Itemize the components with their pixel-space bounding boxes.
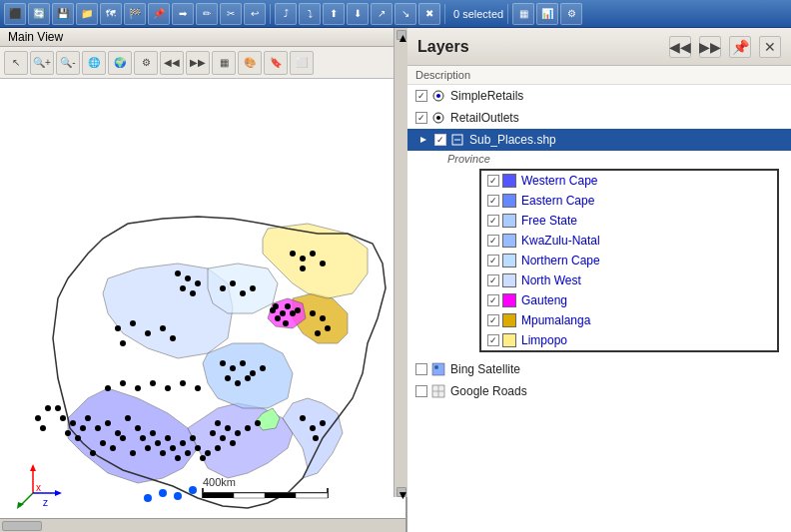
prov-check-northern-cape[interactable] xyxy=(487,255,499,266)
svg-point-92 xyxy=(195,280,201,286)
svg-point-6 xyxy=(135,425,141,431)
toolbar-icon-16[interactable]: ↗ xyxy=(371,3,393,25)
svg-point-72 xyxy=(225,425,231,431)
toolbar-sep-2 xyxy=(444,4,445,24)
toolbar-icon-6[interactable]: 🏁 xyxy=(124,3,146,25)
prov-check-north-west[interactable] xyxy=(487,274,499,286)
layer-item-simple-retails[interactable]: SimpleRetails xyxy=(407,85,791,107)
prov-check-gauteng[interactable] xyxy=(487,294,499,306)
layers-pin-btn[interactable]: 📌 xyxy=(729,36,751,58)
scrollbar-up-arrow[interactable]: ▲ xyxy=(396,30,406,40)
province-item-mpumalanga[interactable]: Mpumalanga xyxy=(481,310,777,330)
prov-check-limpopo[interactable] xyxy=(487,334,499,346)
layer-checkbox-bing[interactable] xyxy=(415,363,427,375)
toolbar-icon-7[interactable]: 📌 xyxy=(148,3,170,25)
layers-description-bar: Description xyxy=(407,66,791,85)
layer-item-retail-outlets[interactable]: RetailOutlets xyxy=(407,107,791,129)
svg-point-79 xyxy=(105,385,111,391)
svg-point-57 xyxy=(245,375,251,381)
province-item-western-cape[interactable]: Western Cape xyxy=(481,171,777,191)
toolbar-icon-5[interactable]: 🗺 xyxy=(100,3,122,25)
layer-item-google-roads[interactable]: Google Roads xyxy=(407,380,791,402)
toolbar-icon-19[interactable]: ▦ xyxy=(512,3,534,25)
back-nav-tool[interactable]: ◀◀ xyxy=(160,51,184,75)
expand-arrow-sub-places[interactable] xyxy=(415,135,431,145)
settings-tool[interactable]: ⚙ xyxy=(134,51,158,75)
svg-point-36 xyxy=(170,335,176,341)
svg-point-22 xyxy=(185,450,191,456)
province-item-limpopo[interactable]: Limpopo xyxy=(481,330,777,350)
fwd-nav-tool[interactable]: ▶▶ xyxy=(186,51,210,75)
svg-point-59 xyxy=(310,425,316,431)
svg-point-118 xyxy=(436,116,440,120)
map-horizontal-scrollbar[interactable] xyxy=(0,518,405,532)
toolbar-icon-10[interactable]: ✂ xyxy=(220,3,242,25)
province-item-free-state[interactable]: Free State xyxy=(481,211,777,231)
toolbar-icon-18[interactable]: ✖ xyxy=(418,3,440,25)
zoom-out-tool[interactable]: 🔍- xyxy=(56,51,80,75)
layer-icon-simple-retails xyxy=(430,88,446,104)
layers-back-btn[interactable]: ◀◀ xyxy=(669,36,691,58)
map-canvas[interactable]: x z 400km xyxy=(0,79,405,518)
layer-checkbox-simple-retails[interactable] xyxy=(415,90,427,102)
layer-item-bing-satellite[interactable]: Bing Satellite xyxy=(407,358,791,380)
map-toolbar: ↖ 🔍+ 🔍- 🌐 🌍 ⚙ ◀◀ ▶▶ ▦ 🎨 🔖 ⬜ xyxy=(0,47,405,79)
layer-icon-google xyxy=(430,383,446,399)
layers-forward-btn[interactable]: ▶▶ xyxy=(699,36,721,58)
toolbar-icon-3[interactable]: 💾 xyxy=(52,3,74,25)
zoom-in-tool[interactable]: 🔍+ xyxy=(30,51,54,75)
toolbar-icon-14[interactable]: ⬆ xyxy=(323,3,345,25)
svg-point-25 xyxy=(195,445,201,451)
svg-rect-122 xyxy=(432,363,444,375)
toolbar-icon-13[interactable]: ⤵ xyxy=(299,3,321,25)
svg-marker-119 xyxy=(420,137,426,143)
prov-check-kwazulu-natal[interactable] xyxy=(487,235,499,247)
layer-checkbox-google[interactable] xyxy=(415,385,427,397)
prov-swatch-eastern-cape xyxy=(502,194,516,208)
toolbar-icon-1[interactable]: ⬛ xyxy=(4,3,26,25)
svg-point-27 xyxy=(205,450,211,456)
globe-tool-1[interactable]: 🌐 xyxy=(82,51,106,75)
toolbar-icon-12[interactable]: ⤴ xyxy=(275,3,297,25)
prov-check-eastern-cape[interactable] xyxy=(487,195,499,207)
province-item-kwazulu-natal[interactable]: KwaZulu-Natal xyxy=(481,231,777,251)
grid-tool[interactable]: ▦ xyxy=(212,51,236,75)
prov-check-mpumalanga[interactable] xyxy=(487,314,499,326)
globe-tool-2[interactable]: 🌍 xyxy=(108,51,132,75)
bookmark-tool[interactable]: 🔖 xyxy=(264,51,288,75)
svg-point-47 xyxy=(283,320,289,326)
svg-point-55 xyxy=(225,375,231,381)
toolbar-icon-21[interactable]: ⚙ xyxy=(560,3,582,25)
map-vertical-scrollbar[interactable]: ▲ ▼ xyxy=(394,28,407,497)
toolbar-icon-20[interactable]: 📊 xyxy=(536,3,558,25)
svg-point-63 xyxy=(300,256,306,262)
svg-point-74 xyxy=(245,425,251,431)
svg-point-48 xyxy=(270,307,276,313)
scrollbar-thumb[interactable] xyxy=(2,521,42,531)
province-item-eastern-cape[interactable]: Eastern Cape xyxy=(481,191,777,211)
prov-check-western-cape[interactable] xyxy=(487,175,499,187)
layer-checkbox-retail-outlets[interactable] xyxy=(415,112,427,124)
toolbar-icon-9[interactable]: ✏ xyxy=(196,3,218,25)
province-item-north-west[interactable]: North West xyxy=(481,270,777,290)
prov-check-free-state[interactable] xyxy=(487,215,499,227)
layers-close-btn[interactable]: ✕ xyxy=(759,36,781,58)
layer-icon-bing xyxy=(430,361,446,377)
toolbar-icon-4[interactable]: 📁 xyxy=(76,3,98,25)
toolbar-icon-11[interactable]: ↩ xyxy=(244,3,266,25)
svg-point-46 xyxy=(275,315,281,321)
extra-tool[interactable]: ⬜ xyxy=(290,51,314,75)
layer-checkbox-sub-places[interactable] xyxy=(434,134,446,146)
color-tool[interactable]: 🎨 xyxy=(238,51,262,75)
toolbar-icon-2[interactable]: 🔄 xyxy=(28,3,50,25)
toolbar-icon-8[interactable]: ➡ xyxy=(172,3,194,25)
select-tool[interactable]: ↖ xyxy=(4,51,28,75)
province-item-northern-cape[interactable]: Northern Cape xyxy=(481,251,777,270)
svg-point-61 xyxy=(313,435,319,441)
toolbar-icon-15[interactable]: ⬇ xyxy=(347,3,369,25)
layer-item-sub-places[interactable]: Sub_Places.shp xyxy=(407,129,791,151)
toolbar-icon-17[interactable]: ↘ xyxy=(395,3,416,25)
svg-point-76 xyxy=(210,430,216,436)
scrollbar-down-arrow[interactable]: ▼ xyxy=(396,487,406,497)
province-item-gauteng[interactable]: Gauteng xyxy=(481,290,777,310)
